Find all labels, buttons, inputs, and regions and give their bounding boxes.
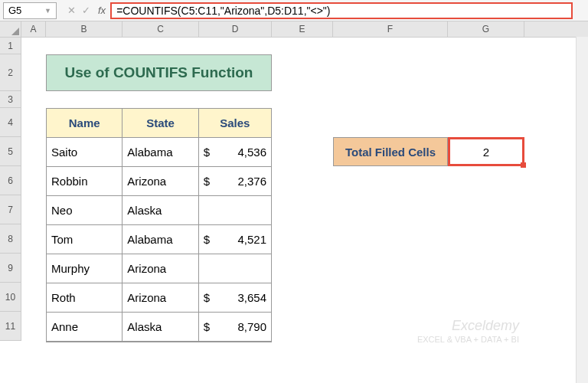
table-cell[interactable]: Neo xyxy=(47,196,122,225)
title-banner: Use of COUNTIFS Function xyxy=(46,54,272,91)
data-table: NameStateSales SaitoAlabama$4,536RobbinA… xyxy=(46,108,272,342)
formula-bar-buttons: ✕ ✓ xyxy=(60,5,98,16)
row-header-11[interactable]: 11 xyxy=(0,312,21,341)
result-label: Total Filled Cells xyxy=(333,137,448,166)
table-cell[interactable]: Anne xyxy=(47,313,122,342)
table-header-cell[interactable]: State xyxy=(122,109,198,138)
row-header-10[interactable]: 10 xyxy=(0,283,21,312)
cells-area[interactable]: Use of COUNTIFS Function NameStateSales … xyxy=(21,38,588,341)
table-cell-sales[interactable]: $3,654 xyxy=(199,283,271,313)
table-cell[interactable]: Alabama xyxy=(122,138,198,167)
table-cell[interactable]: Alabama xyxy=(122,225,198,254)
table-row: NeoAlaska xyxy=(47,196,271,225)
formula-text: =COUNTIFS(C5:C11,"Arizona",D5:D11,"<>") xyxy=(116,5,330,17)
table-row: RothArizona$3,654 xyxy=(47,283,271,313)
row-header-7[interactable]: 7 xyxy=(0,195,21,224)
table-row: AnneAlaska$8,790 xyxy=(47,313,271,342)
table-row: TomAlabama$4,521 xyxy=(47,225,271,254)
name-box-value: G5 xyxy=(8,5,21,16)
col-header-D[interactable]: D xyxy=(199,21,272,37)
table-cell-sales[interactable] xyxy=(199,254,271,283)
fx-icon[interactable]: fx xyxy=(98,5,106,16)
row-header-1[interactable]: 1 xyxy=(0,38,21,54)
title-text: Use of COUNTIFS Function xyxy=(65,64,253,81)
col-header-C[interactable]: C xyxy=(122,21,199,37)
formula-bar: G5 ▼ ✕ ✓ fx =COUNTIFS(C5:C11,"Arizona",D… xyxy=(0,0,588,21)
table-cell-sales[interactable]: $4,521 xyxy=(199,225,271,254)
col-header-F[interactable]: F xyxy=(333,21,448,37)
cancel-icon[interactable]: ✕ xyxy=(67,5,76,16)
row-header-2[interactable]: 2 xyxy=(0,54,21,91)
grid: 1234567891011 Use of COUNTIFS Function N… xyxy=(0,38,588,341)
watermark: Exceldemy EXCEL & VBA + DATA + BI xyxy=(417,318,519,345)
table-cell-sales[interactable] xyxy=(199,196,271,225)
result-cell[interactable]: 2 xyxy=(448,137,524,166)
table-cell-sales[interactable]: $2,376 xyxy=(199,167,271,196)
column-headers: ABCDEFG xyxy=(0,21,588,38)
table-cell[interactable]: Roth xyxy=(47,283,122,313)
row-header-3[interactable]: 3 xyxy=(0,91,21,108)
table-cell[interactable]: Arizona xyxy=(122,283,198,313)
table-cell[interactable]: Alaska xyxy=(122,313,198,342)
table-header: NameStateSales xyxy=(47,109,271,138)
enter-icon[interactable]: ✓ xyxy=(82,5,90,16)
table-row: MurphyArizona xyxy=(47,254,271,283)
result-label-text: Total Filled Cells xyxy=(345,146,436,159)
row-header-5[interactable]: 5 xyxy=(0,137,21,166)
col-header-B[interactable]: B xyxy=(46,21,122,37)
table-cell[interactable]: Alaska xyxy=(122,196,198,225)
table-cell[interactable]: Saito xyxy=(47,138,122,167)
row-header-6[interactable]: 6 xyxy=(0,166,21,195)
table-row: RobbinArizona$2,376 xyxy=(47,167,271,196)
select-all[interactable] xyxy=(0,21,21,37)
col-header-E[interactable]: E xyxy=(272,21,333,37)
row-header-8[interactable]: 8 xyxy=(0,224,21,254)
formula-input[interactable]: =COUNTIFS(C5:C11,"Arizona",D5:D11,"<>") xyxy=(110,2,573,19)
table-cell[interactable]: Robbin xyxy=(47,167,122,196)
table-row: SaitoAlabama$4,536 xyxy=(47,138,271,167)
table-cell[interactable]: Arizona xyxy=(122,167,198,196)
result-value: 2 xyxy=(483,146,489,159)
chevron-down-icon[interactable]: ▼ xyxy=(44,7,51,15)
watermark-line1: Exceldemy xyxy=(417,318,519,335)
watermark-line2: EXCEL & VBA + DATA + BI xyxy=(417,335,519,345)
row-headers: 1234567891011 xyxy=(0,38,21,341)
table-cell[interactable]: Murphy xyxy=(47,254,122,283)
row-header-4[interactable]: 4 xyxy=(0,108,21,137)
table-cell[interactable]: Arizona xyxy=(122,254,198,283)
col-header-G[interactable]: G xyxy=(448,21,524,37)
name-box[interactable]: G5 ▼ xyxy=(3,2,57,19)
col-header-A[interactable]: A xyxy=(21,21,46,37)
table-header-cell[interactable]: Sales xyxy=(199,109,271,138)
table-cell-sales[interactable]: $4,536 xyxy=(199,138,271,167)
vertical-scrollbar[interactable] xyxy=(576,37,588,383)
row-header-9[interactable]: 9 xyxy=(0,254,21,283)
table-cell[interactable]: Tom xyxy=(47,225,122,254)
table-header-cell[interactable]: Name xyxy=(47,109,122,138)
table-cell-sales[interactable]: $8,790 xyxy=(199,313,271,342)
